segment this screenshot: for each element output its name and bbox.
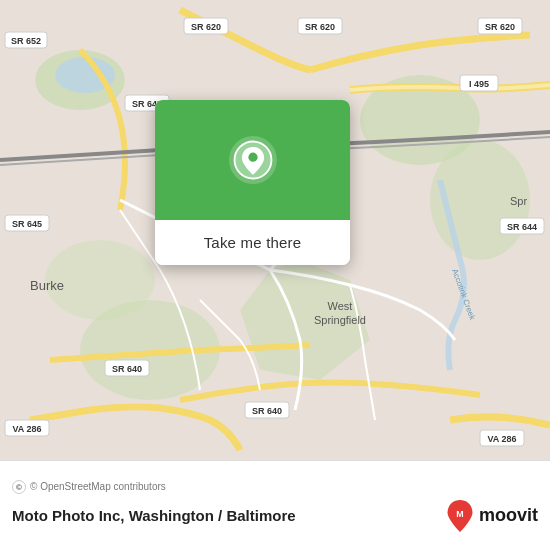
moovit-logo: M moovit [444,500,538,532]
location-full-text: Moto Photo Inc, Washington / Baltimore [12,507,296,524]
popup-map-preview [155,100,350,220]
svg-point-38 [248,153,257,162]
location-info: Moto Photo Inc, Washington / Baltimore M… [12,500,538,532]
svg-text:SR 640: SR 640 [252,406,282,416]
location-pin-icon [229,136,277,184]
svg-text:SR 645: SR 645 [12,219,42,229]
svg-text:Springfield: Springfield [314,314,366,326]
svg-text:Burke: Burke [30,278,64,293]
svg-text:VA 286: VA 286 [12,424,41,434]
bottom-bar: © © OpenStreetMap contributors Moto Phot… [0,460,550,550]
sr652-label: SR 652 [11,36,41,46]
moovit-brand-text: moovit [479,505,538,526]
svg-text:SR 620: SR 620 [305,22,335,32]
svg-text:VA 286: VA 286 [487,434,516,444]
svg-text:Spr: Spr [510,195,527,207]
moovit-brand-icon: M [444,500,476,532]
map-container: SR 652 SR 645 SR 645 SR 620 SR 620 SR 62… [0,0,550,460]
svg-text:M: M [456,508,463,518]
popup-card: Take me there [155,100,350,265]
osm-icon: © [12,480,26,494]
svg-text:SR 644: SR 644 [507,222,537,232]
svg-text:SR 620: SR 620 [485,22,515,32]
svg-text:West: West [328,300,353,312]
take-me-there-button[interactable]: Take me there [155,220,350,265]
svg-text:I 495: I 495 [469,79,489,89]
copyright-text: © OpenStreetMap contributors [30,481,166,492]
copyright-line: © © OpenStreetMap contributors [12,480,538,494]
svg-text:SR 620: SR 620 [191,22,221,32]
svg-text:SR 640: SR 640 [112,364,142,374]
